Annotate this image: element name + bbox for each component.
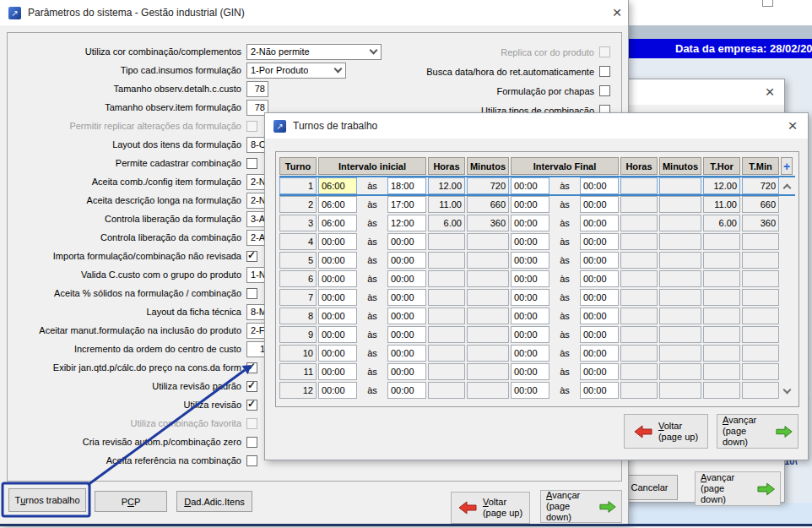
scroll-up-icon[interactable] bbox=[781, 177, 793, 194]
field-label: Tamanho observ.detalh.c.custo bbox=[114, 84, 241, 94]
interval-start-input[interactable]: 00:00 bbox=[318, 308, 357, 324]
interval-start-end-input[interactable]: 00:00 bbox=[387, 308, 426, 324]
minutos-cell bbox=[467, 308, 509, 324]
close-icon[interactable]: × bbox=[761, 82, 779, 102]
interval-start-end-input[interactable]: 00:00 bbox=[387, 326, 426, 343]
checkbox[interactable] bbox=[246, 455, 257, 466]
column-header: Minutos bbox=[659, 157, 701, 175]
interval-final-input[interactable]: 00:00 bbox=[511, 177, 549, 194]
field-label: Aceita descrição longa na formulação bbox=[87, 195, 241, 205]
interval-start-input[interactable]: 06:00 bbox=[318, 177, 357, 194]
total-horas-cell bbox=[703, 308, 740, 324]
interval-start-end-input[interactable]: 18:00 bbox=[387, 177, 426, 194]
checkbox[interactable] bbox=[599, 66, 610, 77]
close-icon[interactable]: × bbox=[608, 3, 626, 23]
interval-final-end-input[interactable]: 00:00 bbox=[580, 270, 619, 287]
interval-start-end-input[interactable]: 00:00 bbox=[387, 345, 426, 362]
interval-start-input[interactable]: 00:00 bbox=[318, 252, 357, 269]
voltar-button-main[interactable]: Voltar(page up) bbox=[451, 492, 530, 524]
total-horas-cell bbox=[703, 289, 740, 306]
interval-start-input[interactable]: 00:00 bbox=[318, 382, 357, 399]
interval-final-end-input[interactable]: 00:00 bbox=[580, 215, 619, 231]
interval-final-input[interactable]: 00:00 bbox=[511, 382, 549, 399]
scroll-down-icon[interactable] bbox=[781, 382, 793, 399]
voltar-button-turnos[interactable]: Voltar(page up) bbox=[624, 414, 708, 449]
checkbox[interactable] bbox=[246, 288, 257, 299]
interval-final-end-input[interactable]: 00:00 bbox=[580, 363, 619, 380]
table-row: 400:00às00:0000:00às00:00 bbox=[279, 233, 795, 250]
checkbox[interactable] bbox=[599, 46, 610, 57]
checkbox[interactable] bbox=[246, 437, 257, 448]
interval-final-end-input[interactable]: 00:00 bbox=[580, 252, 619, 269]
field-label: Tipo cad.insumos formulação bbox=[121, 65, 241, 75]
interval-start-end-input[interactable]: 00:00 bbox=[387, 233, 426, 250]
interval-start-input[interactable]: 06:00 bbox=[318, 215, 357, 231]
interval-final-end-input[interactable]: 00:00 bbox=[580, 233, 619, 250]
pcp-button[interactable]: PCP bbox=[95, 491, 167, 512]
checkbox[interactable]: ✓ bbox=[246, 362, 257, 373]
interval-start-input[interactable]: 00:00 bbox=[318, 270, 357, 287]
interval-start-end-input[interactable]: 00:00 bbox=[387, 252, 426, 269]
interval-start-end-input[interactable]: 00:00 bbox=[387, 270, 426, 287]
interval-start-end-input[interactable]: 00:00 bbox=[387, 382, 426, 399]
minutos-cell bbox=[467, 382, 509, 399]
interval-final-input[interactable]: 00:00 bbox=[511, 289, 549, 306]
checkbox[interactable] bbox=[246, 121, 257, 132]
turnos-trabalho-button[interactable]: Turnos trabalho bbox=[8, 488, 86, 512]
interval-final-input[interactable]: 00:00 bbox=[511, 196, 549, 213]
close-icon[interactable]: × bbox=[783, 116, 802, 136]
interval-final-input[interactable]: 00:00 bbox=[511, 345, 549, 362]
interval-final-end-input[interactable]: 00:00 bbox=[580, 289, 619, 306]
interval-final-end-input[interactable]: 00:00 bbox=[580, 196, 619, 213]
checkbox[interactable] bbox=[599, 85, 610, 96]
add-row-button[interactable]: + bbox=[781, 157, 793, 175]
interval-start-end-input[interactable]: 17:00 bbox=[387, 196, 426, 213]
field-label: Controla liberação da combinação bbox=[100, 232, 241, 242]
dropdown-value: 1-Por Produto bbox=[251, 65, 308, 75]
dropdown[interactable]: 1-Por Produto bbox=[246, 63, 346, 79]
column-header: T.Hor bbox=[703, 157, 740, 175]
interval-start-input[interactable]: 00:00 bbox=[318, 345, 357, 362]
company-date-label: Data da empresa: 28/02/20 bbox=[675, 42, 812, 55]
as-label: às bbox=[551, 289, 578, 306]
interval-final-end-input[interactable]: 00:00 bbox=[580, 382, 619, 399]
interval-start-end-input[interactable]: 00:00 bbox=[387, 289, 426, 306]
interval-final-end-input[interactable]: 00:00 bbox=[580, 345, 619, 362]
background-checkbox[interactable] bbox=[762, 0, 773, 7]
interval-final-input[interactable]: 00:00 bbox=[511, 308, 549, 324]
interval-final-input[interactable]: 00:00 bbox=[511, 215, 549, 231]
avancar-button-intermediate[interactable]: Avançar(page down) bbox=[695, 471, 781, 506]
horas2-cell bbox=[620, 270, 658, 287]
checkbox[interactable]: ✓ bbox=[246, 251, 257, 262]
checkbox[interactable]: ✓ bbox=[246, 381, 257, 392]
interval-final-input[interactable]: 00:00 bbox=[511, 252, 549, 269]
minutos2-cell bbox=[659, 196, 701, 213]
avancar-button-main[interactable]: Avançar(page down) bbox=[540, 490, 622, 523]
interval-start-end-input[interactable]: 00:00 bbox=[387, 363, 426, 380]
table-row: 800:00às00:0000:00às00:00 bbox=[279, 308, 795, 324]
table-row: 306:00às12:006.0036000:00às00:006.00360 bbox=[279, 215, 795, 231]
interval-final-end-input[interactable]: 00:00 bbox=[580, 308, 619, 324]
text-input[interactable]: 78 bbox=[246, 81, 268, 97]
checkbox[interactable] bbox=[246, 158, 257, 169]
interval-start-input[interactable]: 00:00 bbox=[318, 289, 357, 306]
checkbox[interactable]: ✓ bbox=[246, 400, 257, 411]
interval-final-end-input[interactable]: 00:00 bbox=[580, 177, 619, 194]
interval-start-end-input[interactable]: 12:00 bbox=[387, 215, 426, 231]
interval-final-end-input[interactable]: 00:00 bbox=[580, 326, 619, 343]
interval-final-input[interactable]: 00:00 bbox=[511, 270, 549, 287]
interval-final-input[interactable]: 00:00 bbox=[511, 363, 549, 380]
cancel-button[interactable]: Cancelar bbox=[621, 475, 678, 500]
minutos-cell bbox=[467, 270, 509, 287]
interval-start-input[interactable]: 00:00 bbox=[318, 233, 357, 250]
dad-adic-itens-button[interactable]: Dad.Adic.Itens bbox=[176, 491, 252, 512]
check-icon: ✓ bbox=[247, 249, 256, 261]
interval-final-input[interactable]: 00:00 bbox=[511, 326, 549, 343]
interval-start-input[interactable]: 00:00 bbox=[318, 363, 357, 380]
interval-final-input[interactable]: 00:00 bbox=[511, 233, 549, 250]
check-icon: ✓ bbox=[247, 398, 256, 410]
interval-start-input[interactable]: 06:00 bbox=[318, 196, 357, 213]
interval-start-input[interactable]: 00:00 bbox=[318, 326, 357, 343]
checkbox[interactable] bbox=[246, 418, 257, 429]
avancar-button-turnos[interactable]: Avançar(page down) bbox=[717, 414, 798, 449]
